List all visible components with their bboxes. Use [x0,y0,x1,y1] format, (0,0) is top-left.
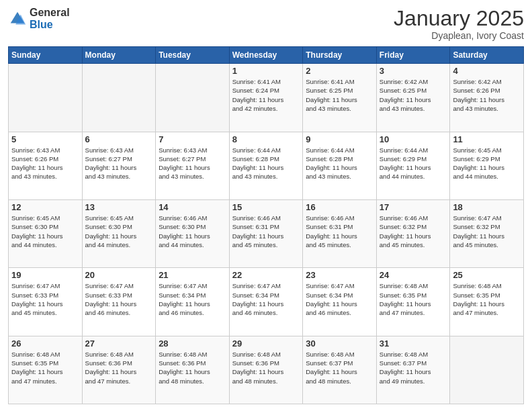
day-number: 2 [306,66,373,76]
weekday-header-friday: Friday [376,47,450,64]
day-info: Sunrise: 6:48 AM Sunset: 6:36 PM Dayligh… [232,350,300,385]
calendar-cell: 6Sunrise: 6:43 AM Sunset: 6:27 PM Daylig… [82,132,156,199]
logo-blue-label: Blue [30,19,70,31]
day-number: 14 [159,202,226,212]
day-info: Sunrise: 6:47 AM Sunset: 6:34 PM Dayligh… [232,281,300,317]
day-number: 20 [85,270,153,280]
day-info: Sunrise: 6:46 AM Sunset: 6:32 PM Dayligh… [380,214,447,249]
calendar-cell: 14Sunrise: 6:46 AM Sunset: 6:30 PM Dayli… [156,199,230,267]
logo: General Blue [8,7,70,30]
calendar-cell [450,336,524,404]
title-location: Dyaplean, Ivory Coast [394,30,524,41]
calendar-cell: 28Sunrise: 6:48 AM Sunset: 6:36 PM Dayli… [156,336,230,404]
calendar-cell: 5Sunrise: 6:43 AM Sunset: 6:26 PM Daylig… [9,132,83,199]
day-info: Sunrise: 6:47 AM Sunset: 6:34 PM Dayligh… [306,281,373,317]
calendar-cell: 25Sunrise: 6:48 AM Sunset: 6:35 PM Dayli… [450,268,524,336]
day-info: Sunrise: 6:46 AM Sunset: 6:30 PM Dayligh… [159,214,226,249]
calendar-table: SundayMondayTuesdayWednesdayThursdayFrid… [8,46,524,404]
calendar-cell: 18Sunrise: 6:47 AM Sunset: 6:32 PM Dayli… [450,199,524,267]
day-info: Sunrise: 6:47 AM Sunset: 6:33 PM Dayligh… [11,281,79,317]
calendar-cell: 17Sunrise: 6:46 AM Sunset: 6:32 PM Dayli… [376,199,450,267]
logo-text: General Blue [30,7,70,30]
day-info: Sunrise: 6:45 AM Sunset: 6:30 PM Dayligh… [11,214,79,249]
calendar-cell: 16Sunrise: 6:46 AM Sunset: 6:31 PM Dayli… [303,199,377,267]
day-number: 15 [232,202,300,212]
calendar-cell: 22Sunrise: 6:47 AM Sunset: 6:34 PM Dayli… [229,268,303,336]
day-number: 11 [453,134,521,144]
day-info: Sunrise: 6:47 AM Sunset: 6:34 PM Dayligh… [159,281,226,317]
calendar-cell: 27Sunrise: 6:48 AM Sunset: 6:36 PM Dayli… [82,336,156,404]
calendar-cell: 9Sunrise: 6:44 AM Sunset: 6:28 PM Daylig… [303,132,377,199]
page: General Blue January 2025 Dyaplean, Ivor… [0,0,532,411]
day-number: 23 [306,270,373,280]
calendar-cell: 15Sunrise: 6:46 AM Sunset: 6:31 PM Dayli… [229,199,303,267]
day-number: 10 [380,134,447,144]
calendar-cell: 26Sunrise: 6:48 AM Sunset: 6:35 PM Dayli… [9,336,83,404]
calendar-cell: 3Sunrise: 6:42 AM Sunset: 6:25 PM Daylig… [376,64,450,132]
calendar-cell: 23Sunrise: 6:47 AM Sunset: 6:34 PM Dayli… [303,268,377,336]
day-number: 13 [85,202,153,212]
calendar-cell [9,64,83,132]
day-number: 16 [306,202,373,212]
calendar-cell: 19Sunrise: 6:47 AM Sunset: 6:33 PM Dayli… [9,268,83,336]
weekday-header-thursday: Thursday [303,47,377,64]
calendar-cell: 1Sunrise: 6:41 AM Sunset: 6:24 PM Daylig… [229,64,303,132]
day-info: Sunrise: 6:47 AM Sunset: 6:33 PM Dayligh… [85,281,153,317]
day-info: Sunrise: 6:43 AM Sunset: 6:27 PM Dayligh… [159,146,226,181]
day-number: 12 [11,202,79,212]
day-info: Sunrise: 6:44 AM Sunset: 6:28 PM Dayligh… [232,146,300,181]
day-info: Sunrise: 6:44 AM Sunset: 6:29 PM Dayligh… [380,146,447,181]
logo-icon [8,9,27,28]
title-area: January 2025 Dyaplean, Ivory Coast [394,7,524,41]
day-info: Sunrise: 6:44 AM Sunset: 6:28 PM Dayligh… [306,146,373,181]
calendar-cell: 31Sunrise: 6:48 AM Sunset: 6:37 PM Dayli… [376,336,450,404]
calendar-week-4: 19Sunrise: 6:47 AM Sunset: 6:33 PM Dayli… [9,268,524,336]
calendar-cell: 2Sunrise: 6:41 AM Sunset: 6:25 PM Daylig… [303,64,377,132]
day-number: 24 [380,270,447,280]
calendar-cell: 4Sunrise: 6:42 AM Sunset: 6:26 PM Daylig… [450,64,524,132]
calendar-week-3: 12Sunrise: 6:45 AM Sunset: 6:30 PM Dayli… [9,199,524,267]
day-info: Sunrise: 6:42 AM Sunset: 6:25 PM Dayligh… [380,77,447,113]
day-info: Sunrise: 6:48 AM Sunset: 6:36 PM Dayligh… [159,350,226,385]
day-number: 25 [453,270,521,280]
day-info: Sunrise: 6:48 AM Sunset: 6:37 PM Dayligh… [306,350,373,385]
day-info: Sunrise: 6:46 AM Sunset: 6:31 PM Dayligh… [232,214,300,249]
calendar-week-5: 26Sunrise: 6:48 AM Sunset: 6:35 PM Dayli… [9,336,524,404]
day-number: 19 [11,270,79,280]
logo-general-label: General [30,7,70,19]
calendar-cell: 29Sunrise: 6:48 AM Sunset: 6:36 PM Dayli… [229,336,303,404]
calendar-cell: 21Sunrise: 6:47 AM Sunset: 6:34 PM Dayli… [156,268,230,336]
calendar-cell: 12Sunrise: 6:45 AM Sunset: 6:30 PM Dayli… [9,199,83,267]
calendar-cell: 7Sunrise: 6:43 AM Sunset: 6:27 PM Daylig… [156,132,230,199]
day-info: Sunrise: 6:46 AM Sunset: 6:31 PM Dayligh… [306,214,373,249]
day-number: 18 [453,202,521,212]
calendar-cell: 20Sunrise: 6:47 AM Sunset: 6:33 PM Dayli… [82,268,156,336]
day-info: Sunrise: 6:43 AM Sunset: 6:26 PM Dayligh… [11,146,79,181]
day-number: 21 [159,270,226,280]
day-info: Sunrise: 6:48 AM Sunset: 6:36 PM Dayligh… [85,350,153,385]
day-number: 17 [380,202,447,212]
day-number: 3 [380,66,447,76]
weekday-header-sunday: Sunday [9,47,83,64]
day-info: Sunrise: 6:48 AM Sunset: 6:35 PM Dayligh… [11,350,79,385]
day-number: 4 [453,66,521,76]
calendar-cell: 13Sunrise: 6:45 AM Sunset: 6:30 PM Dayli… [82,199,156,267]
day-number: 28 [159,338,226,349]
calendar-cell: 30Sunrise: 6:48 AM Sunset: 6:37 PM Dayli… [303,336,377,404]
day-number: 26 [11,338,79,349]
day-number: 9 [306,134,373,144]
calendar-week-2: 5Sunrise: 6:43 AM Sunset: 6:26 PM Daylig… [9,132,524,199]
weekday-header-tuesday: Tuesday [156,47,230,64]
day-info: Sunrise: 6:45 AM Sunset: 6:29 PM Dayligh… [453,146,521,181]
calendar-week-1: 1Sunrise: 6:41 AM Sunset: 6:24 PM Daylig… [9,64,524,132]
title-month: January 2025 [394,7,524,30]
day-info: Sunrise: 6:43 AM Sunset: 6:27 PM Dayligh… [85,146,153,181]
day-info: Sunrise: 6:47 AM Sunset: 6:32 PM Dayligh… [453,214,521,249]
day-number: 27 [85,338,153,349]
calendar-cell [156,64,230,132]
day-info: Sunrise: 6:48 AM Sunset: 6:35 PM Dayligh… [380,281,447,317]
weekday-header-monday: Monday [82,47,156,64]
calendar-cell [82,64,156,132]
day-number: 5 [11,134,79,144]
header: General Blue January 2025 Dyaplean, Ivor… [8,7,524,41]
